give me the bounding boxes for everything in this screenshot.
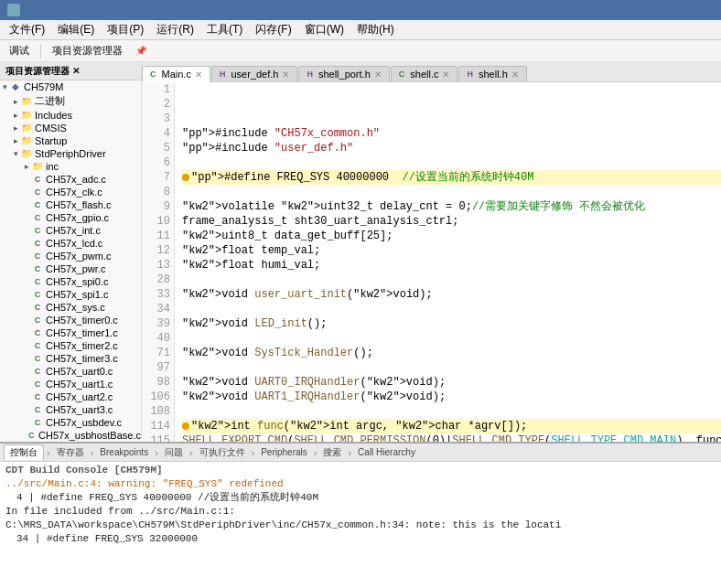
menu-bar: 文件(F)编辑(E)项目(P)运行(R)工具(T)闪存(F)窗口(W)帮助(H) bbox=[0, 20, 721, 40]
tab-label: shell_port.h bbox=[318, 69, 371, 80]
menu-item[interactable]: 窗口(W) bbox=[299, 21, 350, 38]
bottom-tab-Breakpoints[interactable]: Breakpoints bbox=[96, 446, 152, 458]
tab-label: user_def.h bbox=[231, 69, 278, 80]
line-number: 33 bbox=[145, 287, 170, 302]
bottom-tab-寄存器[interactable]: 寄存器 bbox=[53, 445, 88, 460]
bottom-tab-Call-Hierarchy[interactable]: Call Hierarchy bbox=[354, 446, 419, 458]
sidebar-item-CH57x_uart3.c[interactable]: CCH57x_uart3.c bbox=[0, 403, 141, 416]
tree-node-label: CH57x_timer2.c bbox=[46, 340, 118, 351]
tree-node-icon: 📁 bbox=[31, 161, 44, 172]
debug-button[interactable]: 调试 bbox=[4, 43, 35, 59]
tree-node-icon: C bbox=[31, 212, 44, 223]
line-number: 10 bbox=[145, 214, 170, 229]
tab-close-icon[interactable]: ✕ bbox=[511, 69, 519, 80]
sidebar-item-CH57x_timer1.c[interactable]: CCH57x_timer1.c bbox=[0, 326, 141, 339]
menu-item[interactable]: 帮助(H) bbox=[351, 21, 400, 38]
menu-item[interactable]: 闪存(F) bbox=[250, 21, 296, 38]
sidebar-item-CMSIS[interactable]: ▸📁CMSIS bbox=[0, 122, 141, 134]
sidebar-item-CH57x_pwr.c[interactable]: CCH57x_pwr.c bbox=[0, 262, 141, 275]
tab-close-icon[interactable]: ✕ bbox=[282, 69, 289, 80]
project-explorer-button[interactable]: 项目资源管理器 bbox=[47, 43, 128, 59]
sidebar-item-CH57x_spi0.c[interactable]: CCH57x_spi0.c bbox=[0, 275, 141, 288]
sidebar-item-CH57x_adc.c[interactable]: CCH57x_adc.c bbox=[0, 173, 141, 186]
sidebar-item-CH57x_pwm.c[interactable]: CCH57x_pwm.c bbox=[0, 250, 141, 262]
tree-node-icon: 📁 bbox=[20, 148, 33, 159]
line-number: 28 bbox=[145, 273, 170, 287]
sidebar-item-CH57x_usbdev.c[interactable]: CCH57x_usbdev.c bbox=[0, 416, 141, 429]
tree-node-label: CH57x_lcd.c bbox=[46, 238, 102, 249]
sidebar-item-CH57x_uart0.c[interactable]: CCH57x_uart0.c bbox=[0, 365, 141, 378]
sidebar-item-CH57x_flash.c[interactable]: CCH57x_flash.c bbox=[0, 198, 141, 211]
menu-item[interactable]: 运行(R) bbox=[151, 21, 199, 38]
bottom-tab-控制台[interactable]: 控制台 bbox=[4, 444, 44, 460]
code-line: "kw2">float humi_val; bbox=[182, 258, 721, 273]
sidebar-item-Includes[interactable]: ▸📁Includes bbox=[0, 109, 141, 122]
sidebar-item-CH57x_clk.c[interactable]: CCH57x_clk.c bbox=[0, 186, 141, 198]
tree-node-icon: C bbox=[31, 263, 44, 274]
tab-shell-c[interactable]: Cshell.c✕ bbox=[391, 66, 458, 81]
bottom-tab-搜索[interactable]: 搜索 bbox=[319, 445, 345, 460]
tab-shell-h[interactable]: Hshell.h✕ bbox=[458, 66, 526, 81]
menu-item[interactable]: 编辑(E) bbox=[52, 21, 100, 38]
line-number: 11 bbox=[145, 229, 170, 243]
sidebar-item-CH57x_timer3.c[interactable]: CCH57x_timer3.c bbox=[0, 352, 141, 365]
code-line bbox=[182, 404, 721, 419]
toolbar: 调试 项目资源管理器 📌 bbox=[0, 40, 721, 62]
sidebar-item-CH57x_gpio.c[interactable]: CCH57x_gpio.c bbox=[0, 211, 141, 224]
tree-node-icon: ◆ bbox=[9, 81, 22, 92]
tree-node-icon: C bbox=[26, 430, 37, 441]
bottom-tab-bar: 控制台›寄存器›Breakpoints›问题›可执行文件›Peripherals… bbox=[0, 444, 721, 462]
tab-Main-c[interactable]: CMain.c✕ bbox=[142, 66, 210, 82]
sidebar-item-inc[interactable]: ▸📁inc bbox=[0, 160, 141, 173]
menu-item[interactable]: 项目(P) bbox=[102, 21, 149, 38]
code-line: "pp">#include "user_def.h" bbox=[182, 141, 721, 155]
sidebar-item-Startup[interactable]: ▸📁Startup bbox=[0, 134, 141, 147]
console-line: 4 | #define FREQ_SYS 40000000 //设置当前的系统时… bbox=[5, 491, 716, 505]
sidebar-item-StdPeriphDriver[interactable]: ▾📁StdPeriphDriver bbox=[0, 147, 141, 160]
bottom-tab-separator: › bbox=[312, 447, 319, 458]
sidebar-item-CH57x_lcd.c[interactable]: CCH57x_lcd.c bbox=[0, 237, 141, 250]
tree-node-label: CH57x_sys.c bbox=[46, 302, 105, 313]
sidebar-item-CH57x_usbhostBase.c[interactable]: CCH57x_usbhostBase.c bbox=[0, 429, 141, 442]
menu-item[interactable]: 工具(T) bbox=[201, 21, 248, 38]
tree-arrow: ▾ bbox=[11, 149, 20, 158]
tab-shell_port-h[interactable]: Hshell_port.h✕ bbox=[298, 66, 389, 81]
tree-node-icon: C bbox=[31, 199, 44, 210]
toolbar-separator bbox=[40, 44, 41, 59]
sidebar-item-CH579M[interactable]: ▾◆CH579M bbox=[0, 80, 141, 93]
tree-node-label: Includes bbox=[35, 110, 72, 121]
sidebar-item-CH57x_timer2.c[interactable]: CCH57x_timer2.c bbox=[0, 339, 141, 352]
tree-node-icon: C bbox=[31, 315, 44, 326]
breakpoint-marker bbox=[182, 422, 189, 430]
code-content: "pp">#include "CH57x_common.h""pp">#incl… bbox=[175, 82, 721, 442]
sidebar-item-二进制[interactable]: ▸📁二进制 bbox=[0, 93, 141, 109]
sidebar-item-CH57x_sys.c[interactable]: CCH57x_sys.c bbox=[0, 301, 141, 314]
code-editor[interactable]: 1234567891011121328333439407197981061081… bbox=[142, 82, 721, 442]
tab-close-icon[interactable]: ✕ bbox=[374, 69, 382, 80]
tree-node-icon: 📁 bbox=[20, 135, 33, 146]
tab-user_def-h[interactable]: Huser_def.h✕ bbox=[211, 66, 297, 81]
bottom-tab-问题[interactable]: 问题 bbox=[161, 445, 187, 460]
console-line: ../src/Main.c:4: warning: "FREQ_SYS" red… bbox=[5, 477, 716, 491]
console-line: 34 | #define FREQ_SYS 32000000 bbox=[5, 532, 716, 546]
tab-close-icon[interactable]: ✕ bbox=[442, 69, 449, 80]
sidebar-header: 项目资源管理器 ✕ bbox=[0, 62, 141, 80]
tree-node-icon: C bbox=[31, 225, 44, 236]
sidebar-item-CH57x_uart1.c[interactable]: CCH57x_uart1.c bbox=[0, 378, 141, 390]
line-number: 39 bbox=[145, 316, 170, 331]
tree-node-label: CH57x_uart1.c bbox=[46, 379, 113, 390]
tab-close-icon[interactable]: ✕ bbox=[195, 69, 202, 80]
sidebar-item-CH57x_int.c[interactable]: CCH57x_int.c bbox=[0, 224, 141, 237]
bottom-tab-可执行文件[interactable]: 可执行文件 bbox=[196, 445, 249, 460]
code-line: "kw2">uint8_t data_get_buff[25]; bbox=[182, 229, 721, 243]
menu-item[interactable]: 文件(F) bbox=[4, 21, 50, 38]
code-line bbox=[182, 302, 721, 316]
code-line: "kw2">void SysTick_Handler(); bbox=[182, 346, 721, 360]
sidebar-item-CH57x_timer0.c[interactable]: CCH57x_timer0.c bbox=[0, 314, 141, 326]
bottom-tab-Peripherals[interactable]: Peripherals bbox=[257, 446, 311, 458]
sidebar-item-CH57x_spi1.c[interactable]: CCH57x_spi1.c bbox=[0, 288, 141, 301]
tree-node-label: CH57x_clk.c bbox=[46, 187, 102, 198]
line-number: 12 bbox=[145, 243, 170, 258]
line-number: 3 bbox=[145, 112, 170, 126]
sidebar-item-CH57x_uart2.c[interactable]: CCH57x_uart2.c bbox=[0, 390, 141, 403]
